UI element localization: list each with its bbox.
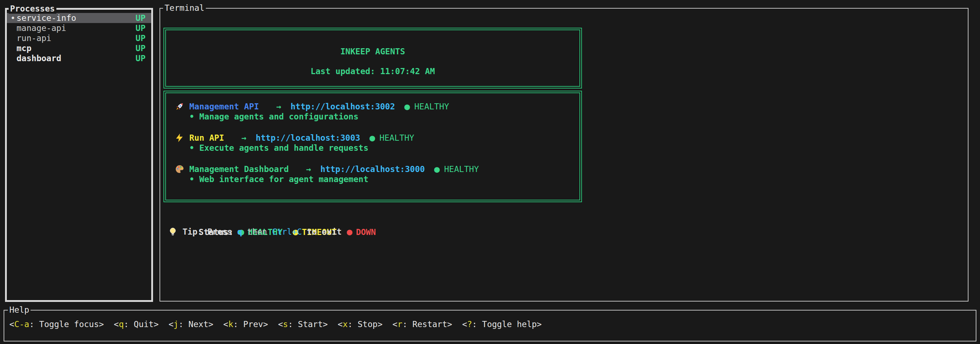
shortcut-: <?: Toggle help> <box>462 320 542 329</box>
lightning-icon-slot <box>175 133 185 142</box>
arrow-icon: → <box>276 102 281 111</box>
shortcut-open: < <box>462 320 467 329</box>
service-entry: Management API→http://localhost:3002●HEA… <box>175 101 576 122</box>
shortcut-key: C-a <box>14 320 29 329</box>
service-health-status: HEALTHY <box>444 165 479 174</box>
shortcut-key: x <box>343 320 348 329</box>
terminal-panel-title: Terminal <box>163 3 206 13</box>
shortcut-open: < <box>169 320 173 329</box>
shortcut-open: < <box>338 320 343 329</box>
palette-icon-slot <box>175 165 185 174</box>
process-name: mcp <box>16 43 32 53</box>
shortcut-key: ? <box>467 320 472 329</box>
shortcut-Ca: <C-a: Toggle focus> <box>10 320 104 329</box>
help-panel-title: Help <box>8 305 30 315</box>
process-status-badge: UP <box>135 13 145 23</box>
legend-dot-icon: ● <box>347 226 352 237</box>
shortcut-x: <x: Stop> <box>338 320 383 329</box>
process-row-service-info[interactable]: •service-infoUP <box>7 13 151 23</box>
shortcut-action: : Start> <box>288 320 328 329</box>
shortcut-key: j <box>173 320 178 329</box>
bulb-icon <box>169 227 177 237</box>
process-status-badge: UP <box>135 43 145 53</box>
service-entry: Run API→http://localhost:3003●HEALTHY• E… <box>175 133 576 153</box>
shortcut-action: : Stop> <box>348 320 383 329</box>
service-name: Run API <box>189 133 224 142</box>
shortcut-key: s <box>283 320 288 329</box>
tip-line: Tip: Press q then Ctrl+C to exit <box>169 227 968 237</box>
service-description: • Web interface for agent management <box>189 174 576 185</box>
tip-suffix: to exit <box>302 227 342 237</box>
shortcut-key: k <box>228 320 233 329</box>
status-legend: Status:●HEALTHY●TIMEOUT●DOWN <box>169 216 968 227</box>
service-health-status: HEALTHY <box>379 133 414 142</box>
service-description: • Manage agents and configurations <box>189 112 576 122</box>
shortcut-action: : Quit> <box>124 320 159 329</box>
help-shortcuts: <C-a: Toggle focus> <q: Quit> <j: Next> … <box>4 320 976 329</box>
rocket-icon-slot <box>175 102 185 111</box>
agents-header-box: INKEEP AGENTS Last updated: 11:07:42 AM <box>164 28 582 88</box>
processes-panel-title: Processes <box>9 3 56 14</box>
process-row-manage-api[interactable]: manage-apiUP <box>7 23 151 33</box>
shortcut-action: : Toggle focus> <box>29 320 104 329</box>
last-updated-text: Last updated: 11:07:42 AM <box>166 67 579 76</box>
services-box: Management API→http://localhost:3002●HEA… <box>164 91 582 202</box>
shortcut-open: < <box>278 320 283 329</box>
service-line: Management API→http://localhost:3002●HEA… <box>175 101 576 112</box>
service-name: Management API <box>189 102 259 111</box>
shortcut-open: < <box>114 320 119 329</box>
service-entry: Management Dashboard→http://localhost:30… <box>175 164 576 185</box>
process-status-badge: UP <box>135 53 145 63</box>
tip-key-ctrlc: Ctrl+C <box>272 227 302 237</box>
service-url[interactable]: http://localhost:3002 <box>291 102 395 111</box>
tip-prefix: Tip: Press <box>183 227 237 237</box>
palette-icon <box>175 165 184 174</box>
shortcut-action: : Prev> <box>233 320 268 329</box>
shortcut-action: : Toggle help> <box>472 320 542 329</box>
legend-label: DOWN <box>356 227 376 237</box>
processes-panel: Processes •service-infoUPmanage-apiUPrun… <box>5 8 153 302</box>
service-line: Run API→http://localhost:3003●HEALTHY <box>175 133 576 143</box>
arrow-icon: → <box>242 133 247 142</box>
service-health-status: HEALTHY <box>414 102 449 111</box>
process-status-badge: UP <box>135 23 145 33</box>
help-panel: Help <C-a: Toggle focus> <q: Quit> <j: N… <box>3 310 977 341</box>
process-name: dashboard <box>16 53 61 63</box>
legend-down: ●DOWN <box>347 227 376 237</box>
selected-indicator: • <box>10 13 16 23</box>
tip-middle: then <box>242 227 272 237</box>
shortcut-action: : Next> <box>178 320 213 329</box>
process-name: manage-api <box>16 23 66 33</box>
health-dot-icon: ● <box>370 133 375 142</box>
health-dot-icon: ● <box>434 165 440 174</box>
shortcut-r: <r: Restart> <box>392 320 452 329</box>
shortcut-open: < <box>392 320 397 329</box>
process-name: run-api <box>16 33 51 43</box>
shortcut-open: < <box>10 320 14 329</box>
process-row-dashboard[interactable]: dashboardUP <box>7 53 151 63</box>
service-url[interactable]: http://localhost:3003 <box>256 133 360 142</box>
shortcut-q: <q: Quit> <box>114 320 159 329</box>
shortcut-key: q <box>119 320 124 329</box>
shortcut-k: <k: Prev> <box>223 320 268 329</box>
health-dot-icon: ● <box>404 102 410 111</box>
process-status-badge: UP <box>135 33 145 43</box>
shortcut-key: r <box>397 320 402 329</box>
service-url[interactable]: http://localhost:3000 <box>320 165 425 174</box>
service-line: Management Dashboard→http://localhost:30… <box>175 164 576 174</box>
shortcut-open: < <box>223 320 229 329</box>
agents-title: INKEEP AGENTS <box>166 47 579 56</box>
service-name: Management Dashboard <box>189 165 289 174</box>
service-description: • Execute agents and handle requests <box>189 143 576 153</box>
tui-app: Processes •service-infoUPmanage-apiUPrun… <box>0 0 980 344</box>
arrow-icon: → <box>306 165 311 174</box>
process-name: service-info <box>16 13 76 23</box>
tip-key-q: q <box>237 227 242 237</box>
rocket-icon <box>175 102 184 111</box>
shortcut-j: <j: Next> <box>169 320 213 329</box>
process-row-mcp[interactable]: mcpUP <box>7 43 151 53</box>
process-row-run-api[interactable]: run-apiUP <box>7 33 151 43</box>
process-list: •service-infoUPmanage-apiUPrun-apiUPmcpU… <box>7 13 151 63</box>
shortcut-action: : Restart> <box>402 320 452 329</box>
shortcut-s: <s: Start> <box>278 320 328 329</box>
